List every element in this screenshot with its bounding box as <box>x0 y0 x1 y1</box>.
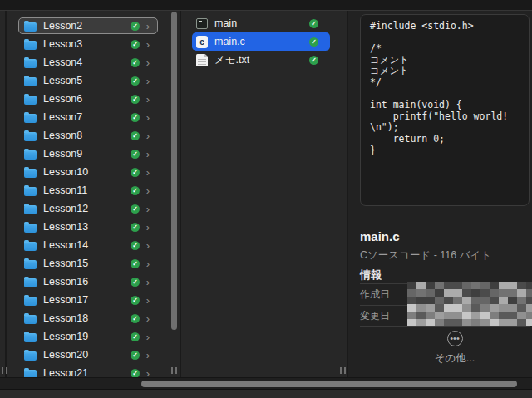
folder-label: Lesson10 <box>43 166 131 178</box>
unix-executable-icon <box>196 18 208 29</box>
folder-row[interactable]: Lesson12 ✓ › <box>7 199 180 218</box>
horizontal-scrollbar-thumb[interactable] <box>141 381 517 387</box>
folder-icon <box>24 351 37 361</box>
folder-icon <box>24 41 37 50</box>
file-label: main <box>214 17 309 29</box>
folder-icon <box>24 242 37 251</box>
modified-date-label: 変更日 <box>360 309 390 323</box>
file-column: main ✓ c main.c ✓ メモ.txt ✓ <box>181 11 347 377</box>
folder-row[interactable]: Lesson11 ✓ › <box>7 181 180 199</box>
sync-check-icon: ✓ <box>131 314 140 323</box>
column-resize-handle[interactable] <box>340 367 346 374</box>
folder-row[interactable]: Lesson17 ✓ › <box>7 291 180 309</box>
folder-row[interactable]: Lesson5 ✓ › <box>7 71 180 90</box>
column-resize-handle[interactable] <box>2 367 7 374</box>
folder-row[interactable]: Lesson6 ✓ › <box>7 90 180 108</box>
folder-label: Lesson4 <box>43 57 131 68</box>
column-resize-handle[interactable] <box>171 367 177 374</box>
folder-label: Lesson20 <box>43 349 131 361</box>
horizontal-scrollbar-track[interactable] <box>0 377 532 389</box>
more-ellipsis-button[interactable]: ••• <box>447 331 463 346</box>
folder-row[interactable]: Lesson18 ✓ › <box>7 309 180 327</box>
chevron-right-icon: › <box>144 296 152 305</box>
chevron-right-icon: › <box>144 22 152 31</box>
chevron-right-icon: › <box>144 168 152 177</box>
sync-check-icon: ✓ <box>309 56 318 65</box>
folder-row[interactable]: Lesson7 ✓ › <box>7 108 180 126</box>
preview-file-name: main.c <box>360 229 400 243</box>
folder-label: Lesson8 <box>43 130 131 141</box>
folder-icon <box>24 114 37 123</box>
folder-icon <box>24 205 37 214</box>
chevron-right-icon: › <box>144 131 152 140</box>
folder-label: Lesson6 <box>43 93 131 105</box>
sync-check-icon: ✓ <box>131 113 140 122</box>
chevron-right-icon: › <box>144 259 152 268</box>
chevron-right-icon: › <box>144 351 152 360</box>
folder-label: Lesson12 <box>43 203 131 214</box>
folder-row[interactable]: Lesson16 ✓ › <box>7 273 180 291</box>
folder-row[interactable]: Lesson9 ✓ › <box>7 145 180 163</box>
sync-check-icon: ✓ <box>131 241 140 250</box>
folder-row[interactable]: Lesson13 ✓ › <box>7 218 180 236</box>
chevron-right-icon: › <box>144 278 152 287</box>
folder-label: Lesson14 <box>43 239 131 251</box>
folder-row[interactable]: Lesson14 ✓ › <box>7 236 180 254</box>
folder-label: Lesson13 <box>43 221 131 233</box>
text-file-icon <box>196 54 208 66</box>
file-list: main ✓ c main.c ✓ メモ.txt ✓ <box>181 14 347 69</box>
sync-check-icon: ✓ <box>131 296 140 305</box>
chevron-right-icon: › <box>144 314 152 323</box>
folder-row[interactable]: Lesson10 ✓ › <box>7 163 180 181</box>
chevron-right-icon: › <box>144 40 152 49</box>
folder-icon <box>24 77 37 86</box>
folder-label: Lesson3 <box>43 38 131 50</box>
file-label: main.c <box>214 36 309 47</box>
folder-row[interactable]: Lesson3 ✓ › <box>7 35 180 53</box>
window-top-strip <box>0 0 532 11</box>
created-date-label: 作成日 <box>360 287 390 302</box>
folder-label: Lesson11 <box>43 184 131 196</box>
window-bottom-strip <box>0 389 532 398</box>
sync-check-icon: ✓ <box>131 131 140 140</box>
sync-check-icon: ✓ <box>309 19 318 28</box>
sync-check-icon: ✓ <box>131 186 140 195</box>
file-row[interactable]: c main.c ✓ <box>192 32 330 51</box>
sync-check-icon: ✓ <box>131 150 140 159</box>
chevron-right-icon: › <box>144 369 152 378</box>
folder-row[interactable]: Lesson21 ✓ › <box>7 364 180 377</box>
chevron-right-icon: › <box>144 150 152 159</box>
sync-check-icon: ✓ <box>131 204 140 214</box>
sync-check-icon: ✓ <box>131 332 140 341</box>
folder-icon <box>24 22 37 32</box>
sync-check-icon: ✓ <box>131 278 140 287</box>
file-row[interactable]: main ✓ <box>192 14 330 32</box>
folder-row[interactable]: Lesson4 ✓ › <box>7 53 180 71</box>
folder-row[interactable]: Lesson2 ✓ › <box>7 17 180 35</box>
sync-check-icon: ✓ <box>131 58 140 67</box>
sync-check-icon: ✓ <box>131 22 140 31</box>
file-row[interactable]: メモ.txt ✓ <box>192 51 330 69</box>
folder-label: Lesson17 <box>43 294 131 306</box>
folder-row[interactable]: Lesson8 ✓ › <box>7 126 180 145</box>
folder-icon <box>24 169 37 178</box>
vertical-scrollbar-thumb[interactable] <box>171 12 177 330</box>
folder-list: Lesson2 ✓ › Lesson3 ✓ › Lesson4 ✓ › Less… <box>7 17 180 377</box>
sync-check-icon: ✓ <box>131 40 140 49</box>
folder-row[interactable]: Lesson20 ✓ › <box>7 346 180 364</box>
folder-label: Lesson5 <box>43 75 131 86</box>
folder-icon <box>24 132 37 141</box>
chevron-right-icon: › <box>144 241 152 250</box>
code-preview-box[interactable]: #include <stdio.h> /* コメント コメント */ int m… <box>360 14 530 206</box>
created-date-redacted-mosaic <box>407 282 532 304</box>
folder-row[interactable]: Lesson19 ✓ › <box>7 327 180 346</box>
folder-icon <box>24 150 37 160</box>
more-section: ••• その他... <box>360 330 532 366</box>
folder-label: Lesson16 <box>43 276 131 287</box>
separator <box>360 326 530 327</box>
more-label[interactable]: その他... <box>360 351 532 366</box>
code-text: #include <stdio.h> /* コメント コメント */ int m… <box>370 21 520 156</box>
chevron-right-icon: › <box>144 76 152 86</box>
folder-icon <box>24 59 37 68</box>
folder-row[interactable]: Lesson15 ✓ › <box>7 254 180 273</box>
